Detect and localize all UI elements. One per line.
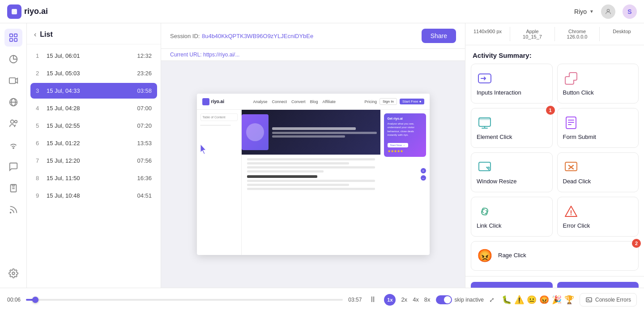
sidebar-item-clipboard[interactable]: [4, 179, 22, 197]
activity-card-rage-click[interactable]: 2 😡 Rage Click: [471, 241, 639, 271]
activity-card-button-click[interactable]: Button Click: [557, 64, 639, 104]
share-button[interactable]: Share: [422, 29, 456, 43]
mini-nav-link: Analyse: [253, 99, 267, 104]
activity-card-form-submit[interactable]: Form Submit: [557, 108, 639, 148]
mini-nav-link: Connect: [272, 99, 287, 104]
rage-click-badge: 2: [632, 239, 641, 248]
emoji-warning[interactable]: ⚠️: [514, 295, 524, 305]
text-line: [247, 158, 375, 160]
stat-resolution-value: 1140x900 px: [473, 29, 502, 34]
stat-browser: Chrome126.0.0.0: [555, 27, 600, 41]
session-item[interactable]: 615 Jul, 01:22 13:53: [30, 135, 157, 151]
activity-card-inputs-interaction[interactable]: Inputs Interaction: [471, 64, 553, 104]
activity-details-button[interactable]: Activity Details: [557, 282, 639, 288]
stat-resolution: 1140x900 px: [465, 27, 510, 41]
session-item-active[interactable]: 315 Jul, 04:33 03:58: [30, 83, 157, 99]
sidebar-item-analytics[interactable]: [4, 29, 22, 47]
mini-content: [242, 155, 380, 195]
session-list-panel: ‹ List 115 Jul, 06:01 12:32 215 Jul, 05:…: [27, 23, 161, 288]
nav-user[interactable]: Riyo ▼: [574, 8, 594, 15]
rage-click-icon: 😡: [477, 248, 493, 264]
stat-device-value: Desktop: [613, 29, 631, 34]
playback-bar: 00:06 03:57 ⏸ 1x 2x 4x 8x skip inactive …: [0, 288, 644, 311]
sidebar-item-globe[interactable]: [4, 93, 22, 111]
sidebar-item-feed[interactable]: [4, 201, 22, 219]
activity-card-error-click[interactable]: Error Click: [557, 197, 639, 237]
activity-card-element-click[interactable]: 1 Element Click: [471, 108, 553, 148]
session-item[interactable]: 215 Jul, 05:03 23:26: [30, 65, 157, 81]
nav-user-icon[interactable]: [601, 4, 615, 19]
website-preview: riyo.ai Analyse Connect Convert Blog Aff…: [197, 94, 430, 255]
mini-logo-text: riyo.ai: [211, 99, 224, 104]
speed-8x-button[interactable]: 8x: [424, 296, 431, 303]
dead-click-icon: [563, 159, 579, 175]
preview-area: riyo.ai Analyse Connect Convert Blog Aff…: [161, 61, 465, 288]
progress-thumb[interactable]: [32, 297, 38, 303]
form-submit-icon: [563, 115, 579, 131]
activity-panel: 1140x900 px Apple10_15_7 Chrome126.0.0.0…: [465, 23, 644, 288]
visitor-details-button[interactable]: Visitor Details: [471, 282, 553, 288]
navbar: riyo.ai Riyo ▼ S: [0, 0, 644, 23]
text-line: [247, 184, 350, 186]
sidebar-item-video[interactable]: [4, 72, 22, 90]
pause-icon[interactable]: ⏸: [369, 295, 377, 304]
activity-panel-footer: Visitor Details Activity Details: [465, 276, 644, 288]
mini-card-btn[interactable]: Start Now →: [388, 143, 408, 147]
mini-hero-img: [242, 114, 269, 150]
skip-inactive-track[interactable]: [436, 295, 452, 304]
button-click-label: Button Click: [563, 89, 594, 97]
speed-1x-button[interactable]: 1x: [384, 294, 396, 306]
svg-rect-0: [12, 9, 17, 14]
activity-card-window-resize[interactable]: Window Resize: [471, 152, 553, 192]
mini-pricing: Pricing: [364, 99, 377, 104]
chevron-down-icon: ▼: [589, 9, 594, 14]
session-id: Session ID: 8u4b40KkQPTK3WB96O9zYLJEcniD…: [170, 32, 313, 40]
emoji-bug[interactable]: 🐛: [502, 295, 512, 305]
session-item[interactable]: 415 Jul, 04:28 07:00: [30, 100, 157, 116]
session-item[interactable]: 715 Jul, 12:20 07:56: [30, 153, 157, 168]
speed-2x-button[interactable]: 2x: [401, 296, 407, 303]
rage-click-label: Rage Click: [498, 252, 526, 259]
stat-browser-value: Chrome126.0.0.0: [567, 29, 588, 39]
dead-click-label: Dead Click: [563, 178, 591, 186]
nav-user-name: Riyo: [574, 8, 587, 15]
logo[interactable]: riyo.ai: [7, 4, 48, 19]
sidebar-item-chart[interactable]: [4, 50, 22, 68]
emoji-angry[interactable]: 😡: [539, 295, 549, 305]
svg-rect-2: [9, 34, 12, 37]
sidebar-item-users[interactable]: [4, 115, 22, 133]
text-line: [247, 166, 375, 168]
session-item[interactable]: 815 Jul, 11:50 16:36: [30, 170, 157, 186]
activity-card-link-click[interactable]: Link Click: [471, 197, 553, 237]
session-item[interactable]: 115 Jul, 06:01 12:32: [30, 48, 157, 64]
session-item[interactable]: 915 Jul, 10:48 04:51: [30, 188, 157, 203]
sidebar-item-settings[interactable]: [4, 264, 22, 282]
nav-avatar[interactable]: S: [623, 4, 637, 19]
emoji-trophy[interactable]: 🏆: [564, 295, 574, 305]
mini-nav-link: Affiliate: [323, 99, 336, 104]
skip-inactive-toggle[interactable]: skip inactive: [436, 295, 484, 304]
sidebar-item-chat[interactable]: [4, 158, 22, 176]
activity-card-dead-click[interactable]: Dead Click: [557, 152, 639, 192]
back-button[interactable]: ‹: [34, 30, 36, 39]
fullscreen-button[interactable]: ⤢: [489, 296, 495, 303]
session-list-header: ‹ List: [27, 23, 161, 44]
sidebar-item-wifi[interactable]: [4, 136, 22, 154]
emoji-neutral[interactable]: 😐: [527, 295, 537, 305]
session-item[interactable]: 515 Jul, 02:55 07:20: [30, 118, 157, 134]
session-id-label: Session ID:: [170, 33, 200, 39]
logo-icon: [7, 4, 21, 19]
scroll-up[interactable]: +: [421, 168, 426, 173]
window-resize-icon: [477, 159, 493, 175]
error-click-icon: [563, 203, 579, 220]
speed-4x-button[interactable]: 4x: [413, 296, 419, 303]
session-list-title: List: [40, 30, 52, 39]
content-area: Session ID: 8u4b40KkQPTK3WB96O9zYLJEcniD…: [161, 23, 465, 288]
form-submit-label: Form Submit: [563, 134, 596, 141]
session-header: Session ID: 8u4b40KkQPTK3WB96O9zYLJEcniD…: [161, 23, 465, 49]
console-errors-button[interactable]: Console Errors: [580, 293, 637, 307]
progress-bar[interactable]: [26, 299, 343, 301]
scroll-down[interactable]: –: [421, 175, 426, 181]
scroll-indicator: + –: [421, 168, 426, 181]
emoji-party[interactable]: 🎉: [552, 295, 562, 305]
